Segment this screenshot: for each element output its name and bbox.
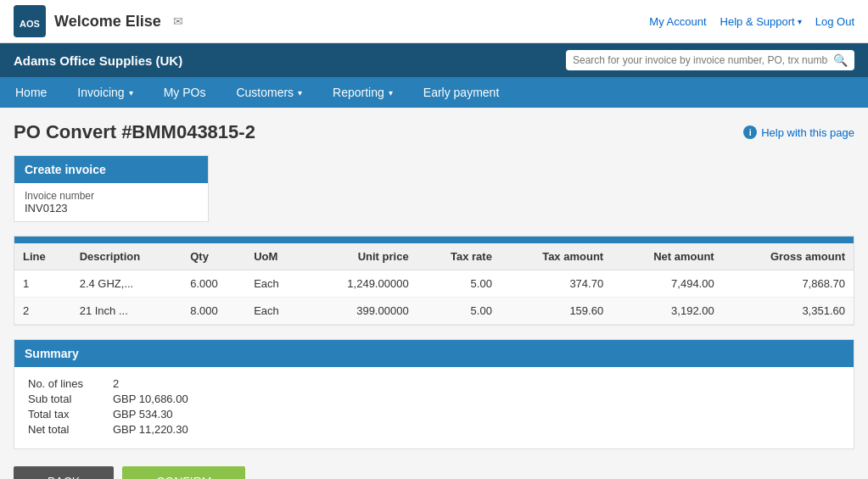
logout-link[interactable]: Log Out [815,15,854,28]
cell-gross-amount: 3,351.60 [723,298,854,325]
col-uom: UoM [245,243,305,270]
col-tax-rate: Tax rate [417,243,501,270]
help-caret-icon: ▾ [798,17,802,26]
summary-header: Summary [14,340,854,367]
summary-row: No. of lines 2 [28,377,840,390]
logo: AOS [14,5,46,37]
summary-label: No. of lines [28,377,113,390]
invoicing-caret-icon: ▾ [129,88,133,97]
col-tax-amount: Tax amount [501,243,612,270]
summary-label: Total tax [28,408,113,421]
summary-body: No. of lines 2 Sub total GBP 10,686.00 T… [14,367,854,448]
col-unit-price: Unit price [305,243,417,270]
col-line: Line [14,243,71,270]
cell-unit-price: 1,249.00000 [305,270,417,298]
search-box[interactable]: 🔍 [566,50,854,70]
col-qty: Qty [182,243,245,270]
col-gross-amount: Gross amount [723,243,854,270]
cell-line: 1 [14,270,71,298]
info-icon: i [743,125,757,139]
create-invoice-body: Invoice number INV0123 [14,183,208,221]
nav-customers[interactable]: Customers ▾ [221,77,317,108]
page-header: PO Convert #BMM043815-2 i Help with this… [14,121,854,143]
col-net-amount: Net amount [612,243,723,270]
company-bar: Adams Office Supplies (UK) 🔍 [0,43,868,77]
nav-bar: Home Invoicing ▾ My POs Customers ▾ Repo… [0,77,868,108]
summary-label: Net total [28,423,113,436]
customers-caret-icon: ▾ [298,88,302,97]
nav-home[interactable]: Home [0,77,62,108]
invoice-number-value: INV0123 [25,202,198,214]
summary-row: Net total GBP 11,220.30 [28,423,840,436]
summary-label: Sub total [28,393,113,405]
top-bar: AOS Welcome Elise ✉ My Account Help & Su… [0,0,868,43]
welcome-text: Welcome Elise [54,13,161,31]
cell-tax-amount: 159.60 [501,298,612,325]
svg-text:AOS: AOS [20,19,40,29]
reporting-caret-icon: ▾ [389,88,393,97]
col-description: Description [71,243,182,270]
summary-value: GBP 534.30 [113,408,173,421]
table-header-row: Line Description Qty UoM Unit price Tax … [14,243,854,270]
page-content: PO Convert #BMM043815-2 i Help with this… [0,108,868,479]
help-support-link[interactable]: Help & Support ▾ [720,15,802,28]
search-input[interactable] [573,54,828,66]
cell-net-amount: 7,494.00 [612,270,723,298]
nav-invoicing[interactable]: Invoicing ▾ [62,77,148,108]
action-buttons: BACK CONFIRM [14,466,854,479]
nav-mypos[interactable]: My POs [148,77,221,108]
summary-section: Summary No. of lines 2 Sub total GBP 10,… [14,339,854,449]
back-button[interactable]: BACK [14,466,114,479]
cell-description: 21 Inch ... [71,298,182,325]
nav-early-payment[interactable]: Early payment [408,77,514,108]
cell-tax-rate: 5.00 [417,298,501,325]
nav-reporting[interactable]: Reporting ▾ [317,77,408,108]
company-name: Adams Office Supplies (UK) [14,53,182,68]
create-invoice-header: Create invoice [14,156,208,183]
cell-tax-rate: 5.00 [417,270,501,298]
top-bar-left: AOS Welcome Elise ✉ [14,5,183,37]
cell-uom: Each [245,298,305,325]
top-bar-links: My Account Help & Support ▾ Log Out [649,15,854,28]
summary-value: GBP 10,686.00 [113,393,188,405]
summary-row: Total tax GBP 534.30 [28,408,840,421]
summary-value: GBP 11,220.30 [113,423,188,436]
summary-row: Sub total GBP 10,686.00 [28,393,840,405]
table-section: Line Description Qty UoM Unit price Tax … [14,236,854,326]
table-row: 2 21 Inch ... 8.000 Each 399.00000 5.00 … [14,298,854,325]
cell-qty: 6.000 [182,270,245,298]
cell-tax-amount: 374.70 [501,270,612,298]
page-title: PO Convert #BMM043815-2 [14,121,255,143]
mail-icon: ✉ [173,14,183,28]
invoice-table: Line Description Qty UoM Unit price Tax … [14,243,854,325]
cell-net-amount: 3,192.00 [612,298,723,325]
cell-uom: Each [245,270,305,298]
summary-value: 2 [113,377,119,390]
help-link[interactable]: i Help with this page [743,125,854,139]
create-invoice-box: Create invoice Invoice number INV0123 [14,155,209,222]
cell-gross-amount: 7,868.70 [723,270,854,298]
cell-line: 2 [14,298,71,325]
cell-description: 2.4 GHZ,... [71,270,182,298]
table-section-header-bar [14,237,854,243]
cell-qty: 8.000 [182,298,245,325]
my-account-link[interactable]: My Account [649,15,706,28]
invoice-number-label: Invoice number [25,190,198,202]
search-icon[interactable]: 🔍 [833,53,848,67]
confirm-button[interactable]: CONFIRM [122,466,245,479]
table-row: 1 2.4 GHZ,... 6.000 Each 1,249.00000 5.0… [14,270,854,298]
cell-unit-price: 399.00000 [305,298,417,325]
